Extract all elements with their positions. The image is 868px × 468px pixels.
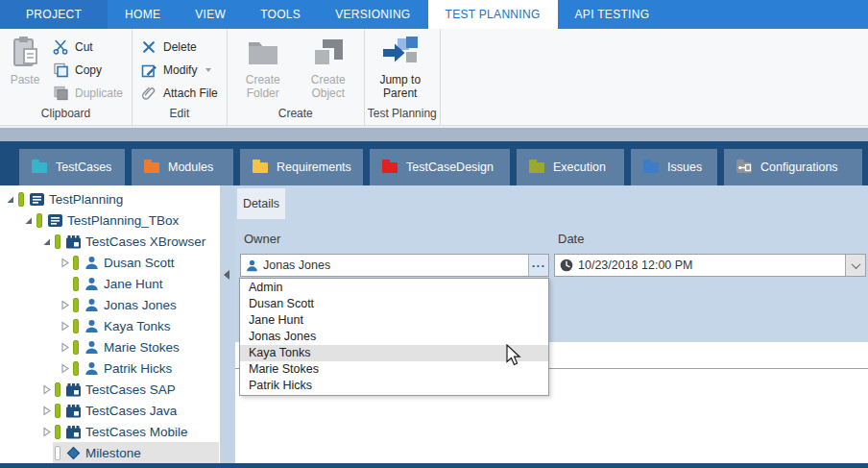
expander-expanded-icon[interactable] [40,235,53,248]
tree-item[interactable]: Marie Stokes [71,336,219,357]
expander-collapsed-icon[interactable] [40,426,53,438]
copy-button[interactable]: Copy [47,59,129,82]
tab-details[interactable]: Details [237,188,285,219]
menu-tab-tools[interactable]: TOOLS [243,0,318,29]
dropdown-option-dusan-scott[interactable]: Dusan Scott [240,296,548,312]
modify-button[interactable]: Modify [135,59,224,82]
button-label: Attach File [163,86,218,100]
collapse-left-icon[interactable] [224,270,229,280]
ribbon-small-buttons: DeleteModifyAttach File [135,33,224,105]
tree-item[interactable]: Dusan Scott [71,252,219,273]
module-tab-configurations[interactable]: Configurations [724,149,862,185]
tree-row-marie-stokes[interactable]: Marie Stokes [0,336,220,357]
tree-item[interactable]: Jane Hunt [71,273,219,294]
expander-expanded-icon[interactable] [22,214,35,227]
module-tab-testcases[interactable]: TestCases [19,149,125,185]
tree-item-label: Jane Hunt [104,277,163,291]
tree-item[interactable]: TestPlanning_TBox [35,209,219,231]
tree-item-label: TestCases SAP [85,382,176,397]
list-folder-icon [28,192,46,207]
menu-tab-view[interactable]: VIEW [178,0,243,29]
tree-row-jane-hunt[interactable]: Jane Hunt [0,273,220,294]
cut-icon [53,39,68,55]
attach-file-button[interactable]: Attach File [135,82,224,105]
tree-row-milestone[interactable]: Milestone [0,442,220,463]
status-bar-green [73,277,79,291]
tree-row-testcases-sap[interactable]: TestCases SAP [0,379,220,400]
tree-item[interactable]: TestCases Java [53,400,219,421]
tree-row-testcases-java[interactable]: TestCases Java [0,400,220,421]
module-tab-execution[interactable]: Execution [517,149,624,185]
tree-item-label: TestCases XBrowser [85,234,205,249]
button-label: Delete [163,40,197,54]
dropdown-option-jonas-jones[interactable]: Jonas Jones [240,329,548,345]
dropdown-arrow-icon[interactable] [205,68,211,72]
tree-item[interactable]: TestCases SAP [53,379,219,400]
module-tab-label: Configurations [760,160,838,174]
dropdown-option-kaya-tonks[interactable]: Kaya Tonks [240,345,548,361]
date-dropdown-button[interactable] [845,255,865,276]
details-panel: Details Owner Jonas Jones ··· Date 10/23… [235,185,868,463]
expander-placeholder [40,447,53,459]
status-bar-green [73,319,79,333]
dropdown-option-admin[interactable]: Admin [240,280,548,296]
menu-tab-project[interactable]: PROJECT [0,0,108,29]
owner-combobox[interactable]: Jonas Jones ··· [240,254,549,277]
expander-collapsed-icon[interactable] [59,257,71,269]
jump-to-parent-button[interactable]: Jump to Parent [368,33,433,102]
module-tab-modules[interactable]: Modules [132,149,233,185]
tree-row-jonas-jones[interactable]: Jonas Jones [0,294,220,315]
expander-collapsed-icon[interactable] [59,362,71,375]
tree-item[interactable]: Milestone [53,442,219,463]
modify-icon [141,62,157,78]
tree-row-testcases-xbrowser[interactable]: TestCases XBrowser [0,231,220,252]
menu-tab-versioning[interactable]: VERSIONING [318,0,427,29]
tree-item-label: TestCases Java [85,404,177,418]
tree-row-testplanning-tbox[interactable]: TestPlanning_TBox [0,209,220,231]
date-combobox[interactable]: 10/23/2018 12:00 PM [554,254,866,277]
menu-tab-test-planning[interactable]: TEST PLANNING [428,0,558,29]
button-label: Paste [11,73,40,86]
expander-collapsed-icon[interactable] [59,320,71,333]
tree-row-dusan-scott[interactable]: Dusan Scott [0,252,220,273]
ribbon-group-label: Test Planning [368,105,437,125]
module-tab-issues[interactable]: Issues [631,149,717,185]
module-tab-requirements[interactable]: Requirements [240,149,363,185]
owner-browse-button[interactable]: ··· [528,255,548,276]
expander-collapsed-icon[interactable] [59,341,71,354]
tree-item[interactable]: Patrik Hicks [71,357,219,379]
tree-item[interactable]: TestPlanning [16,188,219,209]
tree-item-label: Milestone [85,446,141,460]
cut-button[interactable]: Cut [47,36,129,59]
ribbon-toolbar: PasteCutCopyDuplicateClipboardDeleteModi… [0,29,868,126]
menu-tab-home[interactable]: HOME [108,0,178,29]
dropdown-option-marie-stokes[interactable]: Marie Stokes [240,361,548,378]
dropdown-option-patrik-hicks[interactable]: Patrik Hicks [240,378,548,394]
expander-expanded-icon[interactable] [4,193,16,206]
application-window: PROJECTHOMEVIEWTOOLSVERSIONINGTEST PLANN… [0,0,868,468]
tree-row-testplanning[interactable]: TestPlanning [0,188,220,209]
tree-row-kaya-tonks[interactable]: Kaya Tonks [0,315,220,336]
tree-row-patrik-hicks[interactable]: Patrik Hicks [0,357,220,379]
tree-item-label: Patrik Hicks [104,361,172,376]
tree-row-testcases-mobile[interactable]: TestCases Mobile [0,421,220,442]
ribbon-group-buttons: Create FolderCreate Object [230,29,361,105]
tree-item[interactable]: TestCases Mobile [53,421,219,442]
menu-tab-api-testing[interactable]: API TESTING [558,0,667,29]
calendar-icon [64,382,83,397]
dropdown-option-jane-hunt[interactable]: Jane Hunt [240,312,548,329]
date-label: Date [558,232,584,246]
panel-splitter[interactable] [220,185,235,463]
tree-item-label: TestCases Mobile [85,425,188,439]
tree-item[interactable]: TestCases XBrowser [53,231,219,252]
expander-collapsed-icon[interactable] [59,299,71,311]
expander-collapsed-icon[interactable] [40,383,53,396]
paste-button: Paste [3,33,47,88]
delete-button[interactable]: Delete [135,36,224,59]
tree-item[interactable]: Jonas Jones [71,294,219,315]
expander-collapsed-icon[interactable] [40,405,53,417]
status-bar-green [55,425,60,439]
module-tab-label: Requirements [277,160,351,174]
module-tab-testcasedesign[interactable]: TestCaseDesign [370,149,510,185]
tree-item[interactable]: Kaya Tonks [71,315,219,336]
